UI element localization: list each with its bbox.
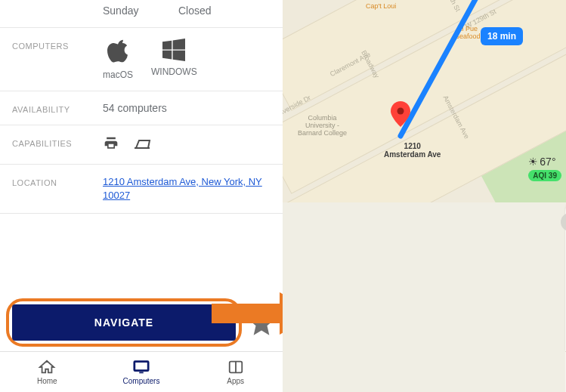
eta-chip: 18 min <box>481 27 523 45</box>
os-windows-label: WINDOWS <box>151 66 197 77</box>
tab-home[interactable]: Home <box>0 352 94 392</box>
os-windows: WINDOWS <box>151 39 197 80</box>
hours-status: Closed <box>178 5 212 17</box>
close-button[interactable]: ✕ <box>561 213 566 231</box>
computers-label: COMPUTERS <box>12 39 103 51</box>
tab-apps[interactable]: Apps <box>188 352 283 392</box>
computers-row: COMPUTERS macOS WINDOWS <box>0 28 283 91</box>
temp-value: 67° <box>540 156 555 168</box>
map-view[interactable]: W 129th St W 125th St Broadway Amsterdam… <box>283 0 566 202</box>
pin-label: 1210Amsterdam Ave <box>384 142 441 159</box>
location-link[interactable]: 1210 Amsterdam Ave, New York, NY 10027 <box>103 176 262 201</box>
maps-pane: W 129th St W 125th St Broadway Amsterdam… <box>283 0 566 392</box>
route-line <box>283 0 566 202</box>
tab-computers[interactable]: Computers <box>94 352 189 392</box>
svg-point-4 <box>397 108 404 115</box>
capabilities-label: CAPABILITIES <box>12 136 103 148</box>
svg-rect-0 <box>135 362 148 371</box>
hours-day: Sunday <box>103 5 178 17</box>
availability-value: 54 computers <box>103 102 271 114</box>
left-tabbar: Home Computers Apps <box>0 351 283 392</box>
weather-widget: ☀67° AQI 39 <box>528 156 561 181</box>
tab-apps-label: Apps <box>227 377 244 385</box>
details-pane: Sunday Closed COMPUTERS macOS WINDOWS <box>0 0 283 392</box>
tab-computers-label: Computers <box>123 377 160 385</box>
navigate-bar: NAVIGATE <box>0 291 283 351</box>
availability-label: AVAILABILITY <box>12 102 103 114</box>
aqi-badge: AQI 39 <box>528 170 561 181</box>
location-row: LOCATION 1210 Amsterdam Ave, New York, N… <box>0 165 283 214</box>
tab-home-label: Home <box>37 377 57 385</box>
destination-pin[interactable] <box>391 101 410 130</box>
hours-row: Sunday Closed <box>0 0 283 28</box>
os-macos: macOS <box>103 39 133 80</box>
sun-icon: ☀ <box>528 156 538 168</box>
capabilities-row: CAPABILITIES <box>0 125 283 165</box>
scanner-icon <box>133 137 151 152</box>
navigate-highlight: NAVIGATE <box>6 298 242 347</box>
apple-icon <box>107 54 128 66</box>
navigate-button[interactable]: NAVIGATE <box>12 304 236 341</box>
os-macos-label: macOS <box>103 69 133 80</box>
printer-icon <box>103 136 119 153</box>
availability-row: AVAILABILITY 54 computers <box>0 91 283 125</box>
favorite-icon[interactable] <box>246 307 277 338</box>
location-label: LOCATION <box>12 175 103 187</box>
windows-icon <box>162 51 185 63</box>
svg-rect-1 <box>139 372 144 373</box>
